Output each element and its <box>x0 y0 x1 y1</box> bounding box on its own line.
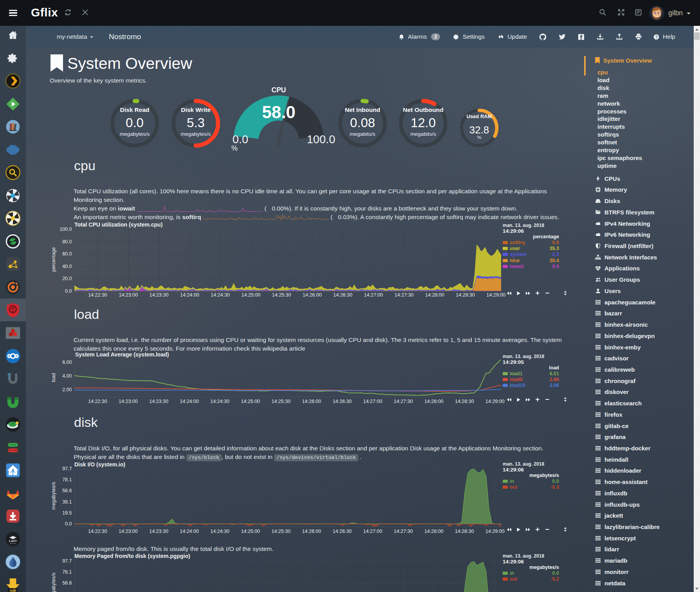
nav-github[interactable] <box>539 33 547 41</box>
gauge-cpu[interactable]: CPU 58.0 0.0 100.0 % <box>220 85 337 154</box>
menu-entropy[interactable]: entropy <box>597 147 619 153</box>
pan-forward-button[interactable] <box>525 397 530 402</box>
plot-system_cpu[interactable] <box>74 229 502 291</box>
sidebar-item-settings[interactable] <box>0 47 26 70</box>
menu-grafana[interactable]: grafana <box>595 434 626 440</box>
legend-series-load1[interactable]: load1 <box>503 371 523 376</box>
menu-calibreweb[interactable]: calibreweb <box>595 366 635 373</box>
sidebar-item-netdata[interactable] <box>0 299 26 321</box>
scrollbar-down-arrow[interactable] <box>694 585 700 592</box>
sidebar-item-youtube-dl[interactable] <box>0 505 26 527</box>
pan-forward-button[interactable] <box>525 527 530 532</box>
sidebar-item-app-pinwheel-blue[interactable] <box>0 184 26 207</box>
sidebar-item-lazylibrarian[interactable]: LAZYlibrarian <box>0 528 26 551</box>
sidebar-item-glances[interactable] <box>0 230 26 253</box>
nav-upload-snapshot[interactable] <box>615 33 623 41</box>
menu-elasticsearch[interactable]: elasticsearch <box>595 400 642 407</box>
gauge-net-outbound[interactable]: Net Outbound 12.0 megabits/s <box>396 96 451 151</box>
menu-ipc-semaphores[interactable]: ipc semaphores <box>597 155 642 161</box>
menu-softnet[interactable]: softnet <box>597 139 617 146</box>
zoom-out-button[interactable] <box>545 397 550 402</box>
nav-update[interactable]: Update <box>498 33 527 40</box>
play-button[interactable] <box>516 291 521 296</box>
host-dropdown[interactable]: my-netdata <box>57 26 93 48</box>
zoom-in-button[interactable] <box>535 290 540 296</box>
sidebar-item-emby[interactable] <box>0 93 26 115</box>
menu-disk[interactable]: disk <box>597 85 609 91</box>
menu-influxdb[interactable]: influxdb <box>595 490 627 497</box>
menu-softirqs[interactable]: softirqs <box>597 131 619 138</box>
menu-chronograf[interactable]: chronograf <box>595 378 635 384</box>
plot-system_io[interactable] <box>74 466 502 527</box>
menu-idlejitter[interactable]: idlejitter <box>597 115 620 122</box>
nav-facebook[interactable] <box>577 33 585 41</box>
menu-heimdall[interactable]: heimdall <box>595 456 628 463</box>
sidebar-item-turtle[interactable] <box>0 413 26 436</box>
legend-series-out[interactable]: out <box>503 484 517 490</box>
legend-series-softirq[interactable]: softirq <box>503 240 525 245</box>
menu-letsencrypt[interactable]: letsencrypt <box>595 535 636 542</box>
user-menu[interactable]: gilbn <box>649 0 691 26</box>
zoom-out-button[interactable] <box>545 290 550 296</box>
menu-home-assistant[interactable]: home-assistant <box>595 479 648 485</box>
refresh-icon[interactable] <box>64 8 72 16</box>
menu-ipv6-networking[interactable]: IPv6 Networking <box>595 231 650 238</box>
zoom-in-button[interactable] <box>535 397 540 402</box>
menu-cpus[interactable]: CPUs <box>595 175 620 182</box>
scrollbar[interactable] <box>694 26 700 592</box>
menu-system-overview[interactable]: System Overview <box>595 57 652 64</box>
menu-interrupts[interactable]: interrupts <box>597 123 625 130</box>
menu-firefox[interactable]: firefox <box>595 411 622 418</box>
nav-download-snapshot[interactable] <box>596 33 604 41</box>
menu-cadvisor[interactable]: cadvisor <box>595 355 629 362</box>
sidebar-item-gitlab[interactable] <box>0 482 26 505</box>
menu-network[interactable]: network <box>597 100 620 107</box>
sidebar-item-berries[interactable] <box>0 322 26 344</box>
hamburger-menu-icon[interactable] <box>9 10 17 16</box>
pan-backward-button[interactable] <box>507 527 512 532</box>
scrollbar-up-arrow[interactable] <box>694 26 700 32</box>
legend-series-in[interactable]: in <box>503 479 514 484</box>
menu-bazarr[interactable]: bazarr <box>595 310 622 317</box>
news-icon[interactable] <box>634 8 642 16</box>
gauge-disk-write[interactable]: Disk Write 5.3 megabytes/s <box>168 96 223 151</box>
resize-handle[interactable] <box>563 290 568 296</box>
legend-series-load15[interactable]: load15 <box>503 383 525 388</box>
legend-series-user[interactable]: user <box>503 246 520 251</box>
play-button[interactable] <box>516 527 521 532</box>
menu-applications[interactable]: Applications <box>595 265 640 272</box>
zoom-in-button[interactable] <box>535 527 540 532</box>
sidebar-item-app-pinwheel-yellow[interactable] <box>0 207 26 230</box>
close-tab-icon[interactable] <box>81 8 89 16</box>
nav-alarms[interactable]: Alarms2 <box>398 33 440 40</box>
sidebar-item-plex[interactable] <box>0 70 26 92</box>
menu-influxdb-ups[interactable]: influxdb-ups <box>595 501 640 508</box>
sidebar-item-monitorr[interactable]: ONLINEOFFLINE <box>0 436 26 459</box>
menu-monitorr[interactable]: monitorr <box>595 569 629 575</box>
pan-backward-button[interactable] <box>507 291 512 296</box>
menu-jackett[interactable]: jackett <box>595 512 623 519</box>
menu-btrfs-filesystem[interactable]: BTRFS filesystem <box>595 209 655 216</box>
menu-lazylibrarian-calibre[interactable]: lazylibrarian-calibre <box>595 524 660 530</box>
menu-users[interactable]: Users <box>595 288 621 294</box>
legend-series-load5[interactable]: load5 <box>503 377 523 382</box>
sidebar-item-airsonic[interactable] <box>0 139 26 161</box>
scrollbar-thumb[interactable] <box>694 32 700 40</box>
menu-network-interfaces[interactable]: Network Interfaces <box>595 254 657 261</box>
sidebar-item-ubooquity[interactable] <box>0 367 26 390</box>
sidebar-item-node-graph[interactable] <box>0 253 26 275</box>
gauge-net-inbound[interactable]: Net Inbound 0.08 megabits/s <box>335 96 390 151</box>
gauge-disk-read[interactable]: Disk Read 0.0 megabytes/s <box>107 96 162 151</box>
menu-load[interactable]: load <box>597 77 610 83</box>
menu-memory[interactable]: Memory <box>595 186 627 193</box>
menu-user-groups[interactable]: User Groups <box>595 276 640 283</box>
menu-binhex-delugevpn[interactable]: binhex-delugevpn <box>595 333 655 339</box>
sidebar-item-home-assistant[interactable] <box>0 459 26 482</box>
plot-system_load[interactable] <box>74 360 502 397</box>
pan-forward-button[interactable] <box>525 291 530 296</box>
sidebar-item-home[interactable] <box>0 24 26 47</box>
menu-cpu[interactable]: cpu <box>597 69 608 76</box>
menu-processes[interactable]: processes <box>597 108 626 115</box>
legend-series-nice[interactable]: nice <box>503 258 520 263</box>
sidebar-item-grafana[interactable] <box>0 276 26 299</box>
